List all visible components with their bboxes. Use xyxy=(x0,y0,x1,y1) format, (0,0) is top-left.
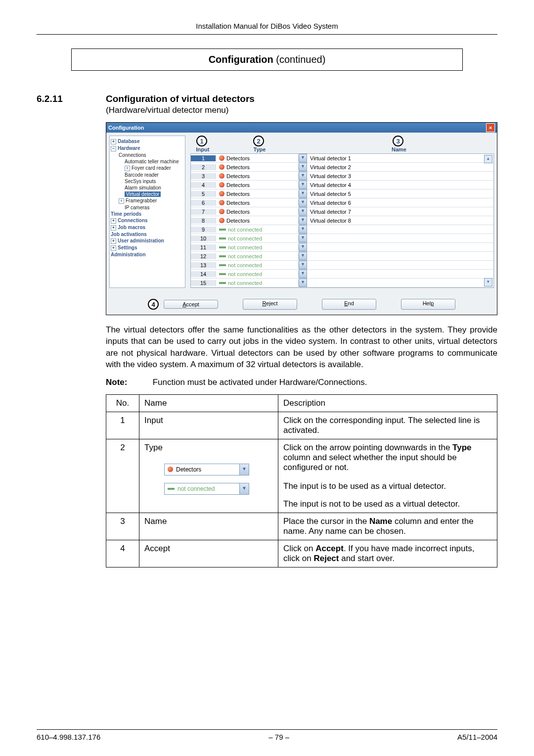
grid-row[interactable]: 10not connected▼ xyxy=(191,234,493,243)
tree-item[interactable]: Time periods xyxy=(111,211,184,217)
grid-row[interactable]: 4Detectors▼Virtual detector 4 xyxy=(191,181,493,189)
callout-2: 2 xyxy=(253,136,264,146)
chevron-down-icon[interactable]: ▼ xyxy=(299,172,307,180)
grid-row[interactable]: 15not connected▼ xyxy=(191,279,493,287)
close-icon[interactable]: × xyxy=(486,123,495,132)
not-connected-icon xyxy=(219,237,226,239)
tree-item[interactable]: +Framegrabber xyxy=(111,197,184,204)
page-header: Installation Manual for DiBos Video Syst… xyxy=(37,22,497,35)
th-desc: Description xyxy=(278,394,497,412)
detector-icon xyxy=(219,191,224,196)
chevron-down-icon[interactable]: ▼ xyxy=(299,207,307,216)
detector-icon xyxy=(219,164,224,170)
not-connected-icon xyxy=(168,488,175,490)
grid-row[interactable]: 5Detectors▼Virtual detector 5 xyxy=(191,189,493,198)
scroll-up-icon[interactable]: ▴ xyxy=(484,155,492,163)
tree-item[interactable]: +User administration xyxy=(111,237,184,244)
tree-item[interactable]: +Settings xyxy=(111,244,184,251)
banner-bold: Configuration xyxy=(209,54,273,65)
table-row: 2 Type Detectors▼ not connected▼ Click o… xyxy=(106,439,497,513)
grid-row[interactable]: 2Detectors▼Virtual detector 2 xyxy=(191,163,493,172)
chevron-down-icon[interactable]: ▼ xyxy=(299,189,307,198)
chevron-down-icon[interactable]: ▼ xyxy=(299,252,307,260)
chevron-down-icon[interactable]: ▼ xyxy=(239,483,249,494)
chevron-down-icon[interactable]: ▼ xyxy=(299,216,307,225)
section-number: 6.2.11 xyxy=(37,94,106,567)
cell-desc: Place the cursor in the Name column and … xyxy=(278,513,497,540)
tree-item[interactable]: +Database xyxy=(111,138,184,145)
chevron-down-icon[interactable]: ▼ xyxy=(299,261,307,269)
grid-row[interactable]: 8Detectors▼Virtual detector 8 xyxy=(191,216,493,225)
detectors-dropdown[interactable]: Detectors▼ xyxy=(164,464,249,475)
grid-row[interactable]: 11not connected▼ xyxy=(191,243,493,252)
grid-row[interactable]: 6Detectors▼Virtual detector 6 xyxy=(191,198,493,207)
detector-icon xyxy=(168,467,173,472)
grid-row[interactable]: 14not connected▼ xyxy=(191,270,493,279)
grid-row[interactable]: 1Detectors▼Virtual detector 1 xyxy=(191,154,493,163)
tree-item[interactable]: Virtual detector xyxy=(111,191,184,197)
cell-name: Name xyxy=(139,513,278,540)
chevron-down-icon[interactable]: ▼ xyxy=(239,464,249,475)
cell-desc: Click on Accept. If you have made incorr… xyxy=(278,540,497,567)
accept-button[interactable]: Accept xyxy=(164,300,218,309)
tree-item[interactable]: +Foyer card reader xyxy=(111,165,184,172)
not-connected-icon xyxy=(219,264,226,266)
dialog-buttons: 4 Accept Reject End Help xyxy=(106,291,497,315)
tree-item[interactable]: Connections xyxy=(111,152,184,158)
footer-right: A5/11–2004 xyxy=(457,733,497,741)
body-paragraph: The virtual detectors offer the same fun… xyxy=(106,324,497,371)
scroll-down-icon[interactable]: ▾ xyxy=(484,278,492,286)
tree-item[interactable]: Automatic teller machine xyxy=(111,158,184,165)
end-button[interactable]: End xyxy=(322,299,376,310)
chevron-down-icon[interactable]: ▼ xyxy=(299,225,307,234)
tree-item[interactable]: Job activations xyxy=(111,231,184,237)
footer-left: 610–4.998.137.176 xyxy=(37,733,100,741)
not-connected-icon xyxy=(219,229,226,231)
tree-item[interactable]: −Hardware xyxy=(111,145,184,152)
chevron-down-icon[interactable]: ▼ xyxy=(299,243,307,251)
section-title: Configuration of virtual detectors xyxy=(106,94,497,104)
chevron-down-icon[interactable]: ▼ xyxy=(299,234,307,242)
chevron-down-icon[interactable]: ▼ xyxy=(299,163,307,171)
tree-item[interactable]: Administration xyxy=(111,251,184,258)
col-input: Input xyxy=(196,146,210,152)
chevron-down-icon[interactable]: ▼ xyxy=(299,287,307,288)
tree-item[interactable]: +Job macros xyxy=(111,224,184,231)
grid-row[interactable]: 3Detectors▼Virtual detector 3 xyxy=(191,172,493,181)
section-subtitle: (Hardware/virtual detector menu) xyxy=(106,105,497,115)
detector-grid[interactable]: ▴ ▾ 1Detectors▼Virtual detector 12Detect… xyxy=(190,153,494,288)
tree-item[interactable]: IP cameras xyxy=(111,204,184,211)
cell-no: 2 xyxy=(106,439,139,513)
cell-no: 1 xyxy=(106,412,139,439)
grid-row[interactable]: 9not connected▼ xyxy=(191,225,493,234)
tree-item[interactable]: Alarm simulation xyxy=(111,185,184,191)
grid-row[interactable]: 12not connected▼ xyxy=(191,252,493,261)
nav-tree[interactable]: +Database−HardwareConnectionsAutomatic t… xyxy=(109,136,185,288)
tree-item[interactable]: Barcode reader xyxy=(111,172,184,178)
description-table: No. Name Description 1 Input Click on th… xyxy=(106,394,497,567)
cell-name: Type Detectors▼ not connected▼ xyxy=(139,439,278,513)
chevron-down-icon[interactable]: ▼ xyxy=(299,181,307,189)
tree-item[interactable]: SecSys inputs xyxy=(111,178,184,185)
grid-row[interactable]: 13not connected▼ xyxy=(191,261,493,270)
detector-icon xyxy=(219,155,224,161)
chevron-down-icon[interactable]: ▼ xyxy=(299,198,307,207)
col-name: Name xyxy=(392,146,406,152)
banner-cont: (continued) xyxy=(273,54,326,65)
chevron-down-icon[interactable]: ▼ xyxy=(299,154,307,162)
grid-row[interactable]: 16not connected▼ xyxy=(191,287,493,288)
tree-item[interactable]: +Connections xyxy=(111,217,184,224)
reject-button[interactable]: Reject xyxy=(243,299,297,310)
detector-icon xyxy=(219,173,224,179)
chevron-down-icon[interactable]: ▼ xyxy=(299,270,307,278)
note-label: Note: xyxy=(106,378,150,387)
notconnected-dropdown[interactable]: not connected▼ xyxy=(164,483,249,495)
config-screenshot: Configuration × +Database−HardwareConnec… xyxy=(106,122,497,315)
grid-row[interactable]: 7Detectors▼Virtual detector 7 xyxy=(191,207,493,216)
th-name: Name xyxy=(139,394,278,412)
cell-no: 4 xyxy=(106,540,139,567)
help-button[interactable]: Help xyxy=(401,299,455,310)
chevron-down-icon[interactable]: ▼ xyxy=(299,279,307,287)
cell-name: Input xyxy=(139,412,278,439)
page-footer: 610–4.998.137.176 – 79 – A5/11–2004 xyxy=(37,729,497,741)
